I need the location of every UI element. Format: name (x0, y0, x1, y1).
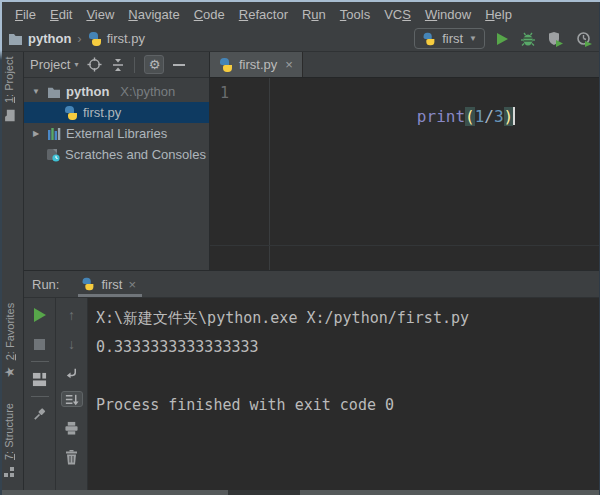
debug-button[interactable] (520, 31, 536, 47)
library-icon (47, 127, 61, 140)
settings-gear-button[interactable]: ⚙ (144, 55, 164, 74)
python-file-icon (64, 106, 78, 120)
menu-item-help[interactable]: Help (478, 7, 519, 22)
up-stack-trace-button[interactable]: ↑ (68, 307, 75, 323)
caret-down-icon: ▾ (74, 60, 78, 69)
menu-item-edit[interactable]: Edit (43, 7, 79, 22)
rerun-button[interactable] (34, 307, 46, 323)
line-number: 1 (220, 84, 229, 102)
stripe-label-project: 1: Project (3, 56, 15, 103)
breadcrumb-file[interactable]: first.py (107, 31, 145, 46)
editor-area: first.py × 1 print(1/3) (210, 52, 600, 270)
editor-content[interactable]: 1 print(1/3) (210, 78, 600, 270)
tree-expanded-icon[interactable]: ▼ (30, 87, 42, 96)
stop-button[interactable] (34, 336, 45, 352)
run-controls: first ▼ (414, 28, 592, 49)
down-stack-trace-button[interactable]: ↓ (68, 336, 75, 352)
code-token: / (484, 107, 494, 126)
collapse-all-button[interactable] (111, 58, 125, 72)
hide-panel-button[interactable] (173, 64, 185, 66)
toolbar-separator (31, 361, 49, 362)
chevron-down-icon: ▼ (469, 34, 477, 43)
bottom-scrollbar[interactable] (0, 490, 600, 495)
project-folder-icon (3, 109, 15, 122)
breadcrumb-project[interactable]: python (28, 31, 71, 46)
editor-tab-first-py[interactable]: first.py × (210, 52, 303, 77)
editor-tab-bar: first.py × (210, 52, 600, 78)
navigation-toolbar: python › first.py first ▼ (0, 26, 600, 52)
locate-file-button[interactable] (87, 57, 102, 72)
run-with-coverage-button[interactable] (548, 31, 564, 47)
text-cursor (513, 107, 515, 125)
close-tab-icon[interactable]: × (285, 57, 293, 72)
menu-item-run[interactable]: Run (295, 7, 333, 22)
tree-collapsed-icon[interactable]: ▶ (30, 129, 42, 138)
tree-label: first.py (83, 105, 121, 120)
tree-row-first-py[interactable]: first.py (24, 102, 209, 123)
tab-label: first.py (239, 57, 277, 72)
toolbar-separator (31, 396, 49, 397)
menu-item-tools[interactable]: Tools (333, 7, 377, 22)
sidebar-item-project[interactable]: 1: Project (3, 56, 15, 122)
run-configuration-value: first (442, 31, 463, 46)
menu-item-code[interactable]: Code (187, 7, 232, 22)
chevron-right-icon: › (77, 31, 81, 46)
menu-item-vcs[interactable]: VCS (377, 7, 418, 22)
window-border-left (0, 2, 2, 495)
project-panel-header: Project ▾ (24, 52, 209, 78)
console-line: X:\新建文件夹\python.exe X:/python/first.py (96, 304, 600, 333)
python-icon (423, 32, 436, 45)
folder-icon (8, 32, 23, 45)
python-file-icon (88, 32, 102, 46)
tree-row-python-root[interactable]: ▼ python X:\python (24, 81, 209, 102)
menu-item-navigate[interactable]: Navigate (121, 7, 186, 22)
code-area[interactable]: print(1/3) (270, 78, 515, 270)
python-file-icon (219, 58, 233, 72)
project-tree: ▼ python X:\python first.py ▶ (24, 78, 209, 165)
code-token: ) (504, 107, 514, 126)
scroll-to-end-button[interactable] (61, 391, 83, 407)
console-output[interactable]: X:\新建文件夹\python.exe X:/python/first.py0.… (88, 298, 600, 490)
stripe-label-structure: 7: Structure (3, 403, 15, 460)
stripe-label-favorites: 2: Favorites (4, 303, 16, 361)
console-toolbar: ↑ ↓ (56, 298, 88, 490)
close-tab-icon[interactable]: × (128, 277, 136, 292)
console-line (96, 362, 600, 391)
run-tab-first[interactable]: first × (81, 277, 136, 292)
console-line: Process finished with exit code 0 (96, 391, 600, 420)
menu-item-window[interactable]: Window (418, 7, 478, 22)
active-tab-underline (78, 294, 142, 297)
toolbar-separator (134, 57, 135, 73)
run-configuration-select[interactable]: first ▼ (414, 28, 485, 49)
menu-item-refactor[interactable]: Refactor (232, 7, 295, 22)
scrollbar-thumb[interactable] (228, 490, 300, 495)
restore-layout-button[interactable] (32, 371, 47, 387)
code-token: 1 (475, 107, 485, 126)
print-button[interactable] (64, 420, 79, 436)
run-actions-toolbar (24, 298, 56, 490)
project-panel-title[interactable]: Project ▾ (30, 57, 78, 72)
menu-item-file[interactable]: File (8, 7, 43, 22)
soft-wrap-button[interactable] (64, 365, 79, 381)
tree-row-scratches[interactable]: Scratches and Consoles (24, 144, 209, 165)
console-line: 0.3333333333333333 (96, 333, 600, 362)
tree-path: X:\python (120, 84, 175, 99)
profiler-button[interactable] (576, 31, 592, 47)
clear-all-button[interactable] (65, 449, 78, 465)
menu-item-view[interactable]: View (79, 7, 121, 22)
tree-label: Scratches and Consoles (65, 147, 206, 162)
pycharm-window: FileEditViewNavigateCodeRefactorRunTools… (0, 0, 600, 495)
gear-icon: ⚙ (149, 58, 161, 71)
code-token: print (417, 107, 465, 126)
code-token: ( (465, 107, 475, 126)
tree-row-external-libraries[interactable]: ▶ External Libraries (24, 123, 209, 144)
run-button[interactable] (497, 33, 508, 45)
tree-label: python (66, 84, 109, 99)
star-icon: ★ (3, 366, 16, 378)
tool-window-stripe-left: 1: Project ★ 2: Favorites 7: Structure (0, 52, 24, 490)
code-token: 3 (494, 107, 504, 126)
menu-bar: FileEditViewNavigateCodeRefactorRunTools… (0, 2, 600, 26)
pin-tab-button[interactable] (32, 406, 47, 422)
sidebar-item-favorites[interactable]: ★ 2: Favorites (3, 303, 16, 378)
sidebar-item-structure[interactable]: 7: Structure (3, 403, 15, 478)
